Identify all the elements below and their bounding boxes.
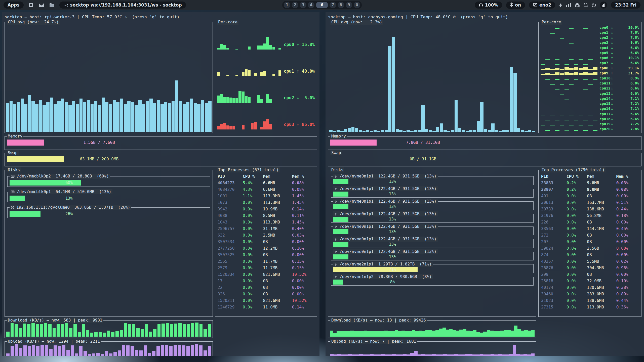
folder-icon[interactable] xyxy=(49,2,55,8)
window-title-button[interactable]: ~: socktop ws://192.168.1.104:3031/ws - … xyxy=(59,2,186,9)
apps-button[interactable]: Apps xyxy=(4,2,24,9)
flash-icon xyxy=(334,200,337,203)
workspace-8[interactable]: 8 xyxy=(338,2,344,8)
terminal-cachyos-gaming[interactable]: socktop — host: cachyos-gaming | CPU Tem… xyxy=(326,12,644,356)
process-cpu: 0.0% xyxy=(567,278,587,284)
chart-bar xyxy=(574,72,578,75)
process-row: 8740.0%0B0.00% xyxy=(541,252,639,258)
process-mem: 11.7MB xyxy=(263,265,292,271)
chart-bar xyxy=(6,103,9,132)
chart-bar xyxy=(484,129,487,132)
workspace-4[interactable]: 4 xyxy=(308,2,314,8)
process-mem-pct: 8.08% xyxy=(616,245,639,252)
workspace-1[interactable]: 1 xyxy=(284,2,290,8)
download-chart xyxy=(330,322,535,337)
workspace-2[interactable]: 2 xyxy=(292,2,298,8)
chart-bar xyxy=(550,84,555,85)
power-profile-icon[interactable] xyxy=(559,3,562,8)
process-pid: 30733 xyxy=(541,206,567,212)
chart-bar xyxy=(94,332,98,337)
arrow-down-icon: ↓ xyxy=(611,81,613,85)
disk-name: /dev/nvme0n1p1 xyxy=(340,249,374,254)
audio-bars-icon[interactable] xyxy=(566,3,571,7)
chart-bar xyxy=(269,124,272,129)
workspace-3[interactable]: 3 xyxy=(300,2,306,8)
core-row-cpu3: cpu3↓ 9.6% xyxy=(541,40,639,45)
process-row: 306130.0%163.7MB0.51% xyxy=(541,199,639,206)
network-pill[interactable]: eno2 xyxy=(529,2,555,9)
chart-bar xyxy=(260,46,263,50)
power-icon[interactable] xyxy=(592,3,596,7)
chart-bar xyxy=(560,69,564,70)
arrow-up-icon: ↑ xyxy=(611,71,613,75)
chart-bar xyxy=(378,331,381,337)
download-chart xyxy=(6,322,211,337)
layers-icon[interactable] xyxy=(575,3,580,7)
chart-bar xyxy=(248,70,251,76)
chart-bar xyxy=(350,331,354,337)
process-mem-pct: 0.00% xyxy=(616,271,639,278)
core-row-cpu9: cpu9↑31.7% xyxy=(541,71,639,76)
process-row: 15203340.0%821.6MB10.52% xyxy=(218,271,314,278)
chart-bar xyxy=(157,100,160,132)
window-icon[interactable] xyxy=(28,2,34,8)
disk-row: /dev/nvme0n1p1122.4GB / 931.5GB (13%)13% xyxy=(331,239,534,248)
chart-bar xyxy=(569,84,574,85)
core-sparkline xyxy=(541,76,597,80)
core-label: cpu10↓ 8.9% xyxy=(599,76,639,80)
process-row: 2990.0%0B0.00% xyxy=(541,271,639,278)
process-mem-pct: 0.38% xyxy=(616,284,639,291)
workspace-0[interactable]: 0 xyxy=(354,2,360,8)
process-mem: 821.6MB xyxy=(263,297,292,304)
process-mem: 0B xyxy=(587,193,616,199)
chart-bar xyxy=(583,110,588,110)
chart-bar xyxy=(565,100,569,100)
workspace-9[interactable]: 9 xyxy=(346,2,352,8)
process-cpu: 0.0% xyxy=(567,252,587,258)
disk-title: /dev/nvme0n1p1122.4GB / 931.5GB (13%) xyxy=(333,174,438,179)
monitor-logo-icon[interactable] xyxy=(600,2,607,9)
workspace-7[interactable]: 7 xyxy=(330,2,336,8)
swap-value: 63.1MB / 200.0MB xyxy=(7,156,191,162)
clock[interactable]: 23:32 Fri xyxy=(611,2,640,9)
mail-icon[interactable] xyxy=(38,2,45,8)
process-pid: 40174 xyxy=(541,284,567,291)
disk-usage: 64.1MB / 510.0MB (13%) xyxy=(56,189,111,194)
disk-row: /dev/mmcblk0p164.1MB / 510.0MB (13%)13% xyxy=(7,192,210,202)
terminal-rpi-worker-3[interactable]: socktop — host: rpi-worker-3 | CPU Temp:… xyxy=(2,12,319,356)
chart-bar xyxy=(128,324,131,337)
chart-bar xyxy=(541,64,545,65)
process-mem: 0B xyxy=(587,219,616,225)
chart-bar xyxy=(348,354,352,356)
process-cpu: 0.0% xyxy=(567,225,587,232)
disk-gauge: 13% xyxy=(333,204,452,209)
process-cpu: 0.0% xyxy=(243,219,263,225)
chart-bar xyxy=(169,346,173,356)
taskbar: Apps ~: socktop ws://192.168.1.104:3031/… xyxy=(0,0,644,10)
process-row: 40842735.4%6.6MB0.08% xyxy=(218,180,314,186)
process-cpu: 0.0% xyxy=(567,219,587,225)
chart-bar xyxy=(502,130,506,132)
disk-title: /dev/nvme0n1p1122.4GB / 931.5GB (13%) xyxy=(333,186,438,191)
process-cpu: 0.0% xyxy=(567,199,587,206)
chart-bar xyxy=(260,72,263,76)
process-cpu: 0.0% xyxy=(243,278,263,284)
process-mem: 2.5MB xyxy=(263,232,292,239)
chart-bar xyxy=(156,346,160,356)
chart-bar xyxy=(541,115,545,115)
chart-bar xyxy=(458,354,462,356)
chart-bar xyxy=(377,131,380,132)
bluetooth-pill[interactable]: on xyxy=(506,2,525,9)
workspace-6-active[interactable]: 6 xyxy=(316,2,328,8)
bell-icon[interactable] xyxy=(584,3,588,7)
volume-pill[interactable]: 100% xyxy=(475,2,502,9)
core-label: cpu18↓ 6.6% xyxy=(599,117,639,121)
chart-bar xyxy=(124,104,127,132)
disk-gauge: 60% xyxy=(10,180,129,186)
chart-bar xyxy=(593,72,597,75)
chart-bar xyxy=(220,124,223,129)
headphones-icon xyxy=(479,3,483,8)
chart-bar xyxy=(157,324,161,337)
process-pid: 25818 xyxy=(541,278,567,284)
process-mem-pct: 0.00% xyxy=(292,239,314,245)
